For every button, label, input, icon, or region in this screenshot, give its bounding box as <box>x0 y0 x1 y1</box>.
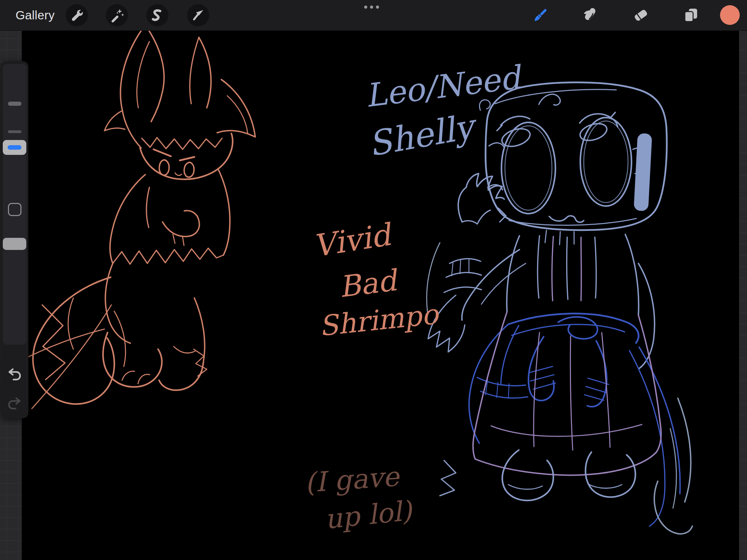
workspace-grid-right <box>739 30 747 560</box>
redo-arrow-icon <box>6 395 23 410</box>
redo-button[interactable] <box>6 395 23 410</box>
arrow-cursor-icon <box>191 8 206 23</box>
adjustments-button[interactable] <box>106 4 128 26</box>
wrench-icon <box>69 8 84 23</box>
selection-s-icon <box>150 8 165 23</box>
smudge-finger-icon <box>580 6 599 25</box>
transform-button[interactable] <box>187 4 209 26</box>
paintbrush-icon <box>531 6 550 25</box>
top-toolbar: Gallery <box>0 0 747 31</box>
layers-icon <box>682 6 700 25</box>
layers-button[interactable] <box>682 6 700 25</box>
undo-button[interactable] <box>6 366 23 381</box>
opacity-slider-thumb[interactable] <box>3 238 26 250</box>
eraser-icon <box>631 6 650 25</box>
procreate-app: Gallery <box>0 0 747 560</box>
selection-button[interactable] <box>146 4 168 26</box>
modify-button[interactable] <box>8 203 21 216</box>
eraser-button[interactable] <box>631 6 650 25</box>
undo-arrow-icon <box>6 366 23 381</box>
color-button[interactable] <box>720 5 740 25</box>
slider-blue-dash <box>8 145 21 150</box>
magic-wand-icon <box>109 8 124 23</box>
slider-tick-2 <box>8 130 21 133</box>
smudge-button[interactable] <box>580 6 599 25</box>
drawing-canvas[interactable] <box>22 30 739 560</box>
brush-button[interactable] <box>531 6 550 25</box>
slider-tick-1 <box>8 102 21 106</box>
actions-button[interactable] <box>66 4 88 26</box>
brush-size-slider-thumb[interactable] <box>3 140 26 155</box>
gallery-button[interactable]: Gallery <box>16 0 55 30</box>
multitasking-dots[interactable] <box>364 6 379 9</box>
sidebar-tools <box>1 61 28 418</box>
